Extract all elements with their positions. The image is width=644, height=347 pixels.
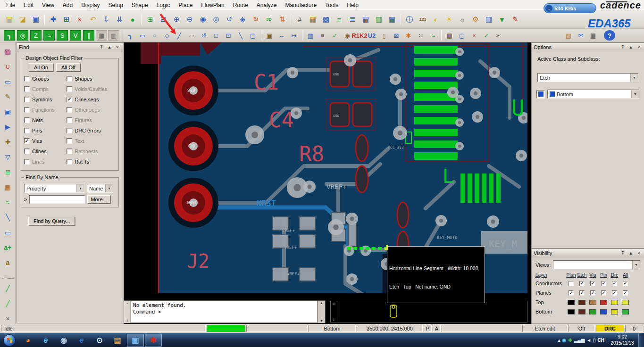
fix-fasten-icon[interactable]: ✱ <box>403 30 414 41</box>
hidden-icons-icon[interactable]: ▴ <box>558 338 560 343</box>
download-speed-badge[interactable]: ↓ 534 KB/s <box>544 3 596 13</box>
add-connect-line-icon[interactable]: ┓ <box>125 30 136 41</box>
checkbox[interactable] <box>24 76 30 82</box>
funnel-view-icon[interactable]: ▽ <box>3 152 13 162</box>
menu-item-edit[interactable]: Edit <box>19 0 38 10</box>
pad-slot-icon[interactable]: ▢ <box>247 30 259 41</box>
find-filter-nets[interactable]: Nets <box>24 115 67 125</box>
rect-outline-icon[interactable]: □ <box>210 30 222 41</box>
visibility-checkbox[interactable]: ✓ <box>612 281 617 286</box>
pin-icon[interactable]: ↧ <box>619 44 626 50</box>
notes-clipboard-icon[interactable]: ▤ <box>109 334 126 347</box>
library-open-icon[interactable]: ▢ <box>456 30 468 41</box>
find-filter-cline-segs[interactable]: ✓Cline segs <box>67 94 116 105</box>
search-design-icon[interactable]: ◈ <box>236 13 249 25</box>
find-filter-comps[interactable]: Comps <box>24 84 67 94</box>
smooth-icon[interactable]: S <box>57 30 68 41</box>
copy-icon[interactable]: ⊞ <box>60 13 73 25</box>
window-tile-icon[interactable]: ⊞ <box>144 13 156 25</box>
zoom-previous-icon[interactable]: ↺ <box>223 13 235 25</box>
hilight-net-icon[interactable]: ∪ <box>3 61 13 72</box>
checkbox[interactable]: ✓ <box>24 138 30 144</box>
archive-package-icon[interactable]: ▧ <box>563 30 574 41</box>
add-rect-icon[interactable]: ▭ <box>137 30 148 41</box>
open-drawing-icon[interactable]: ◪ <box>17 13 29 25</box>
menu-item-manufacture[interactable]: Manufacture <box>281 0 321 10</box>
firefox-icon[interactable]: ◕ <box>19 334 36 347</box>
scroll-down-icon[interactable]: ▼ <box>320 319 323 322</box>
delete-icon[interactable]: × <box>74 13 86 25</box>
net-audit-icon[interactable]: ✓ <box>329 30 341 41</box>
find-filter-pins[interactable]: Pins <box>24 125 67 136</box>
download-data-icon[interactable]: ⇊ <box>113 13 125 25</box>
report-generator-icon[interactable]: ▦ <box>386 13 398 25</box>
close-icon[interactable]: × <box>126 301 128 306</box>
visibility-checkbox[interactable]: ✓ <box>579 281 585 286</box>
redraw-icon[interactable]: ↻ <box>250 13 262 25</box>
checkbox[interactable] <box>24 149 30 154</box>
layer-color-swatch[interactable] <box>568 300 575 305</box>
start-button[interactable] <box>0 333 19 347</box>
checkbox[interactable] <box>67 86 72 92</box>
checkbox[interactable] <box>67 149 72 154</box>
layer-color-swatch[interactable] <box>578 300 585 305</box>
find-filter-symbols[interactable]: Symbols <box>24 94 67 105</box>
visibility-checkbox[interactable]: ✓ <box>623 281 628 286</box>
place-manual-icon[interactable]: ⇩ <box>100 13 112 25</box>
checkbox[interactable]: ✓ <box>67 97 72 102</box>
signal-waveform-icon[interactable]: ≈ <box>427 30 439 41</box>
find-filter-voids-cavities[interactable]: Voids/Cavities <box>67 84 116 94</box>
views-dropdown[interactable]: ▼ <box>553 260 640 269</box>
menu-item-route[interactable]: Route <box>229 0 252 10</box>
menu-item-tools[interactable]: Tools <box>321 0 343 10</box>
visibility-col-plan[interactable]: Plan <box>566 273 577 278</box>
text-edit-icon[interactable]: a <box>3 257 13 268</box>
highlight-icon[interactable]: ☀ <box>443 13 455 25</box>
contrast-mode-icon[interactable]: ◐ <box>430 13 442 25</box>
find-filter-shapes[interactable]: Shapes <box>67 74 116 84</box>
zoom-out-icon[interactable]: ⊖ <box>184 13 196 25</box>
find-filter-ratsnests[interactable]: Ratsnests <box>67 146 116 157</box>
text-add-icon[interactable]: a+ <box>3 242 13 253</box>
find-filter-rat-ts[interactable]: Rat Ts <box>67 157 116 167</box>
visibility-grid-icon[interactable]: ▩ <box>3 46 13 57</box>
pin-array-icon[interactable]: ∷ <box>415 30 427 41</box>
layer-color-swatch[interactable] <box>589 309 596 314</box>
zoom-in-icon[interactable]: ⊕ <box>170 13 183 25</box>
drill-grid-icon[interactable]: ⊠ <box>391 30 402 41</box>
tune-delay-icon[interactable]: ≈ <box>43 30 55 41</box>
gloss-disabled-icon[interactable]: ▦ <box>96 30 107 41</box>
visibility-col-drc[interactable]: Drc <box>609 273 620 278</box>
checkbox[interactable] <box>67 128 72 133</box>
refdes-toggle-icon[interactable]: R1K2 <box>354 30 365 41</box>
cut-scissors-icon[interactable]: ✂ <box>493 30 504 41</box>
command-output[interactable]: No element found. Command > <box>131 301 318 323</box>
usb-device-icon[interactable]: ▯ <box>593 338 596 343</box>
gear-settings-icon[interactable]: ⚙ <box>469 13 482 25</box>
add-circle-icon[interactable]: ○ <box>149 30 160 41</box>
visibility-checkbox[interactable]: ✓ <box>623 290 628 296</box>
design-params-icon[interactable]: ▦ <box>307 13 319 25</box>
slide-icon[interactable]: Z <box>30 30 42 41</box>
checkbox[interactable] <box>67 138 72 144</box>
visibility-checkbox[interactable]: ✓ <box>612 290 617 296</box>
visibility-col-etch[interactable]: Etch <box>577 273 587 278</box>
close-icon[interactable]: × <box>636 250 642 256</box>
cross-section-icon[interactable]: ≣ <box>346 13 359 25</box>
menu-item-add[interactable]: Add <box>59 0 77 10</box>
volume-icon[interactable]: ◄ <box>586 338 591 343</box>
pointer-select-icon[interactable]: ▶ <box>3 122 13 132</box>
all-on-button[interactable]: All On <box>29 63 53 72</box>
flip-design-icon[interactable]: ⇅ <box>276 13 288 25</box>
clipboard-view-icon[interactable]: ▯ <box>378 30 390 41</box>
checkbox[interactable] <box>24 107 30 113</box>
find-by-query-button[interactable]: Find by Query... <box>28 217 75 225</box>
find-filter-clines[interactable]: Clines <box>24 146 67 157</box>
help-circle-icon[interactable]: ? <box>604 30 615 41</box>
dehighlight-icon[interactable]: ☼ <box>456 13 468 25</box>
checkbox[interactable] <box>67 117 72 123</box>
visibility-col-layer[interactable]: Layer <box>535 273 566 278</box>
close-icon[interactable]: × <box>333 302 335 306</box>
library-verify-icon[interactable]: ✓ <box>481 30 492 41</box>
clock-gadget-icon[interactable]: ⊙ <box>91 334 108 347</box>
